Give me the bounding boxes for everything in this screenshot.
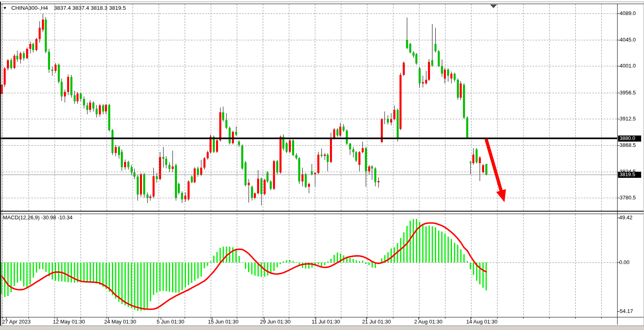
macd-histogram-bar <box>422 225 424 262</box>
candle-body <box>422 82 424 83</box>
candle-body <box>89 103 91 110</box>
candle-body <box>286 143 288 152</box>
macd-histogram-bar <box>52 262 53 280</box>
candle-body <box>140 174 142 195</box>
macd-histogram-bar <box>105 262 107 289</box>
macd-histogram-bar <box>112 262 113 295</box>
candle-body <box>10 60 12 68</box>
macd-histogram-bar <box>109 262 110 292</box>
candle-body <box>232 132 234 143</box>
candle-body <box>336 129 338 135</box>
candle-body <box>70 77 72 96</box>
macd-histogram-bar <box>387 252 389 262</box>
trend-arrow-shaft[interactable] <box>486 139 502 193</box>
macd-histogram-bar <box>188 262 189 285</box>
macd-histogram-bar <box>17 262 18 283</box>
candle-body <box>181 193 183 199</box>
candle-body <box>197 168 199 175</box>
candle-body <box>168 165 170 169</box>
macd-axis-label: 49.42 <box>619 214 633 221</box>
macd-histogram-bar <box>330 259 332 262</box>
macd-histogram-bar <box>201 262 202 276</box>
candle-body <box>469 162 472 163</box>
macd-histogram-bar <box>283 261 284 262</box>
macd-histogram-bar <box>159 262 161 291</box>
candle-body <box>415 54 417 64</box>
candle-body <box>333 129 335 138</box>
candle-body <box>260 179 262 194</box>
macd-histogram-bar <box>134 262 135 310</box>
candle-body <box>295 155 297 158</box>
macd-histogram-bar <box>327 262 328 262</box>
candle-body <box>362 148 364 152</box>
macd-histogram-bar <box>311 262 312 267</box>
hline-price-marker: 3880.0 <box>618 135 641 142</box>
macd-histogram-bar <box>277 262 278 267</box>
candle-body <box>207 152 209 158</box>
macd-histogram-bar <box>463 254 465 262</box>
macd-histogram-bar <box>416 219 417 262</box>
candle-body <box>444 70 446 79</box>
candle-body <box>393 110 395 120</box>
candle-body <box>219 112 221 140</box>
candle-body <box>371 166 373 168</box>
candle-body <box>251 187 253 197</box>
candle-body <box>99 105 101 114</box>
candle-body <box>7 60 9 69</box>
macd-histogram-bar <box>296 262 297 263</box>
macd-histogram-bar <box>103 262 104 287</box>
macd-histogram-bar <box>362 261 363 262</box>
macd-histogram-bar <box>153 262 154 295</box>
candle-body <box>399 75 402 129</box>
macd-histogram-bar <box>144 262 145 310</box>
macd-histogram-bar <box>457 245 458 262</box>
time-axis-label: 2 Aug 01:30 <box>414 319 442 325</box>
chart-title: ▼ CHINA300-,H4 3837.4 3837.4 3818.3 3819… <box>3 5 126 11</box>
chart-window: ▼ CHINA300-,H4 3837.4 3837.4 3818.3 3819… <box>0 0 644 330</box>
candle-body <box>403 63 405 75</box>
candle-body <box>76 94 79 101</box>
macd-histogram-bar <box>156 262 157 293</box>
chart-canvas[interactable] <box>0 0 644 330</box>
candle-body <box>292 140 294 155</box>
macd-histogram-bar <box>124 262 126 306</box>
macd-histogram-bar <box>178 262 179 293</box>
candle-body <box>413 52 415 56</box>
candle-body <box>80 94 82 99</box>
macd-histogram-bar <box>121 262 122 304</box>
macd-histogram-bar <box>93 262 94 283</box>
candle-body <box>248 183 250 185</box>
macd-histogram-bar <box>410 221 411 262</box>
macd-histogram-bar <box>337 253 338 262</box>
trend-arrow-head[interactable] <box>496 189 506 202</box>
macd-histogram-bar <box>467 261 468 262</box>
macd-histogram-bar <box>251 262 253 274</box>
macd-histogram-bar <box>210 261 211 262</box>
candle-body <box>454 74 456 80</box>
candle-body <box>238 142 240 145</box>
candle-body <box>115 147 117 153</box>
macd-histogram-bar <box>166 262 167 291</box>
candle-body <box>222 112 224 120</box>
macd-histogram-bar <box>273 262 275 271</box>
price-axis-label: 3868.5 <box>620 142 636 148</box>
macd-histogram-bar <box>216 252 218 262</box>
candle-body <box>118 147 120 155</box>
ohlc-values: 3837.4 3837.4 3818.3 3819.5 <box>54 5 126 11</box>
candle-body <box>58 65 60 81</box>
symbol-dropdown-icon[interactable]: ▼ <box>3 6 7 10</box>
candle-body <box>124 162 126 167</box>
macd-histogram-bar <box>7 262 9 296</box>
macd-histogram-bar <box>213 256 214 262</box>
macd-histogram-bar <box>267 262 268 275</box>
price-axis-label: 3956.5 <box>620 90 636 96</box>
macd-histogram-bar <box>150 262 151 302</box>
macd-histogram-bar <box>45 262 46 272</box>
bid-price-marker: 3819.5 <box>618 172 641 178</box>
chart-shift-marker-icon[interactable] <box>490 4 497 8</box>
macd-histogram-bar <box>479 262 480 284</box>
macd-histogram-bar <box>486 262 487 291</box>
candle-body <box>476 149 478 162</box>
candle-body <box>131 167 133 173</box>
candle-body <box>127 162 129 167</box>
